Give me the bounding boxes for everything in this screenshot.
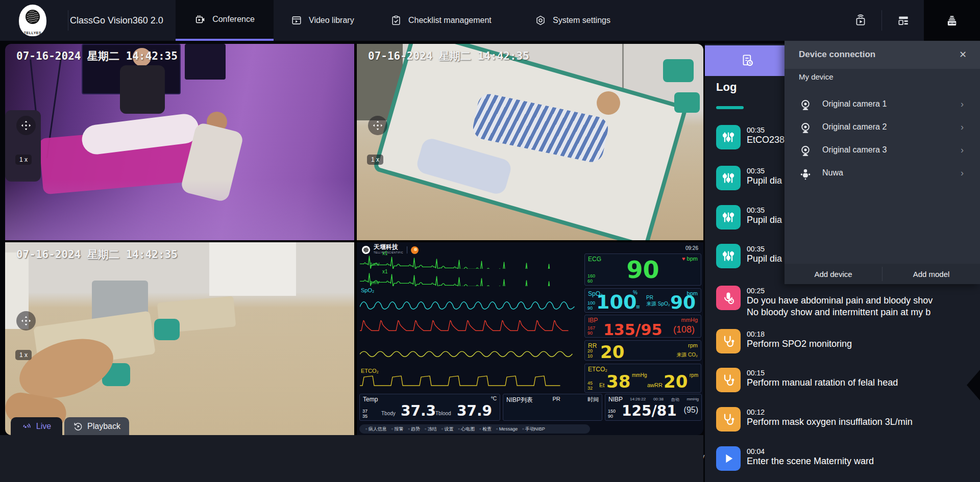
video-feed-2[interactable]: 07-16-2024 星期二 14:42:35 1 x: [357, 44, 703, 240]
nibp-list-panel: NIBP列表 PR 时间: [503, 394, 602, 421]
log-entry[interactable]: 00:35Pupil dia: [716, 205, 782, 230]
monitor-menu-item[interactable]: 报警: [391, 426, 404, 433]
feed-timestamp: 07-16-2024 星期二 14:42:35: [16, 247, 178, 262]
pan-control[interactable]: [16, 311, 36, 331]
scene-patient-head: [597, 91, 620, 115]
app-window: TELLYES ClassGo Vision360 2.0 Conference…: [0, 0, 980, 482]
ecg-mv-label: 1mV: [370, 280, 380, 285]
tbody-label: Tbody: [381, 411, 396, 416]
nibp-mean: (95): [684, 405, 698, 415]
device-item-label: Original camera 2: [822, 122, 887, 132]
spo2-waveform: [360, 295, 579, 310]
tab-label: Conference: [212, 15, 255, 24]
screencast-button[interactable]: [848, 0, 873, 41]
tab-checklist-management[interactable]: Checklist management: [390, 0, 492, 41]
monitor-menu-item[interactable]: 趋势: [408, 426, 420, 433]
video-feed-3[interactable]: 07-16-2024 星期二 14:42:35 1 x: [5, 242, 354, 435]
log-entry-time: 00:18: [747, 330, 852, 338]
log-entry-line: Perform manual ratation of felal head: [747, 377, 898, 389]
pan-control[interactable]: [16, 116, 36, 135]
layout-icon: [897, 14, 910, 27]
log-entry[interactable]: 00:18Perform SPO2 monitoring: [716, 329, 852, 353]
close-icon[interactable]: ✕: [956, 48, 970, 61]
monitor-menu-item[interactable]: 手动NIBP: [522, 426, 545, 433]
chevron-right-icon[interactable]: ›: [961, 99, 964, 110]
log-entry[interactable]: 00:35Pupil dia: [716, 244, 782, 268]
ibp-value: 135/95: [603, 321, 662, 339]
log-entry-line: Pupil dia: [747, 253, 782, 265]
log-entry[interactable]: 00:12Perform mask oxygen insufflation 3L…: [716, 407, 913, 432]
monitor-menu-item[interactable]: 设置: [442, 426, 454, 433]
playback-icon: [73, 421, 83, 432]
scene-person: [120, 65, 165, 114]
chevron-right-icon[interactable]: ›: [961, 122, 964, 133]
monitor-menu-item[interactable]: 冻结: [425, 426, 437, 433]
ecg-waveform-1: [360, 253, 579, 269]
tab-playback-label: Playback: [87, 422, 120, 431]
pan-control[interactable]: [368, 116, 387, 135]
tab-conference[interactable]: Conference: [176, 0, 274, 41]
temp-panel: Temp °C 3735 Tbody 37.3 Tblood 37.9: [359, 394, 500, 421]
log-entry-time: 00:35: [747, 167, 782, 175]
webcam-icon: [799, 121, 812, 135]
ecg-limits: 16060: [587, 273, 595, 284]
microphone-icon: [716, 286, 741, 310]
video-feed-monitor[interactable]: 天堰科技TELLYES SCIENTIFIC 09:26 x1 1mV x1 1…: [357, 242, 703, 435]
player-bar: [0, 435, 703, 482]
scene-chair: [663, 59, 694, 82]
log-entry[interactable]: 00:25Do you have abdominal pain and bloo…: [716, 286, 933, 318]
nibp-label: NIBP: [608, 396, 623, 403]
device-connection-button[interactable]: [924, 0, 980, 41]
zoom-level-badge[interactable]: 1 x: [367, 155, 383, 165]
device-panel-header: Device connection ✕: [785, 41, 980, 69]
rr-unit: rpm: [688, 342, 698, 348]
main-stage: 07-16-2024 星期二 14:42:35 1 x 07-16-2024 星…: [0, 41, 980, 482]
header-divider: [407, 246, 407, 253]
etco2-wave-label: ETCO₂: [361, 368, 379, 374]
monitor-menu-item[interactable]: 心电图: [458, 426, 475, 433]
chevron-right-icon[interactable]: ›: [961, 168, 964, 179]
tab-playback[interactable]: Playback: [64, 417, 129, 435]
tab-system-settings[interactable]: System settings: [535, 0, 610, 41]
nibp-list-col-time: 时间: [587, 396, 599, 403]
feed-timestamp: 07-16-2024 星期二 14:42:35: [368, 49, 529, 63]
robot-icon: [799, 167, 812, 181]
pan-arrows-icon: [19, 119, 33, 132]
add-model-button[interactable]: Add model: [883, 264, 980, 284]
device-item-original-camera-1[interactable]: Original camera 1›: [785, 95, 980, 115]
monitor-menu-bar[interactable]: 病人信息报警趋势冻结设置心电图检查Message手动NIBP: [359, 424, 590, 434]
temp-label: Temp: [363, 396, 378, 403]
video-grid: 07-16-2024 星期二 14:42:35 1 x 07-16-2024 星…: [5, 44, 703, 435]
device-item-nuwa[interactable]: Nuwa›: [785, 164, 980, 184]
monitor-menu-item[interactable]: Message: [496, 426, 518, 432]
etco2-limits: 4532: [587, 380, 593, 391]
zoom-level-badge[interactable]: 1 x: [15, 350, 32, 360]
temp-limits: 3735: [362, 409, 368, 419]
device-item-original-camera-3[interactable]: Original camera 3›: [785, 141, 980, 161]
log-entry-line: Enter the scene Maternity ward: [747, 455, 874, 467]
log-entry[interactable]: 00:35EtCO238: [716, 125, 785, 149]
tab-video-library[interactable]: Video library: [291, 0, 354, 41]
log-entry[interactable]: 00:15Perform manual ratation of felal he…: [716, 368, 898, 392]
screencast-icon: [854, 14, 867, 27]
device-item-original-camera-2[interactable]: Original camera 2›: [785, 118, 980, 138]
log-entry-line: Do you have abdominal pain and bloody sh…: [747, 295, 933, 307]
monitor-menu-item[interactable]: 检查: [479, 426, 492, 433]
app-logo[interactable]: TELLYES: [0, 0, 68, 41]
layout-button[interactable]: [891, 0, 916, 41]
log-entry-time: 00:35: [747, 245, 782, 253]
menu-icon: ≡: [636, 303, 640, 311]
rr-panel: RR rpm 20 2010 来源 CO₂: [584, 340, 701, 361]
log-entry[interactable]: 00:04Enter the scene Maternity ward: [716, 446, 874, 471]
tab-live[interactable]: Live: [11, 417, 62, 435]
zoom-level-badge[interactable]: 1 x: [15, 155, 32, 165]
checklist-icon: [390, 15, 402, 26]
ibp-panel: IBP mmHg 135/95 (108) 16790: [584, 315, 701, 338]
add-device-button[interactable]: Add device: [785, 264, 882, 284]
nibp-panel: NIBP 14:26:2200:38自动mmHg 15090 125/81 (9…: [605, 394, 702, 421]
chevron-right-icon[interactable]: ›: [961, 145, 964, 156]
video-feed-1[interactable]: 07-16-2024 星期二 14:42:35 1 x: [5, 44, 354, 240]
log-entry[interactable]: 00:35Pupil dia: [716, 166, 782, 190]
monitor-menu-item[interactable]: 病人信息: [365, 426, 387, 433]
tblood-label: Tblood: [435, 411, 451, 416]
